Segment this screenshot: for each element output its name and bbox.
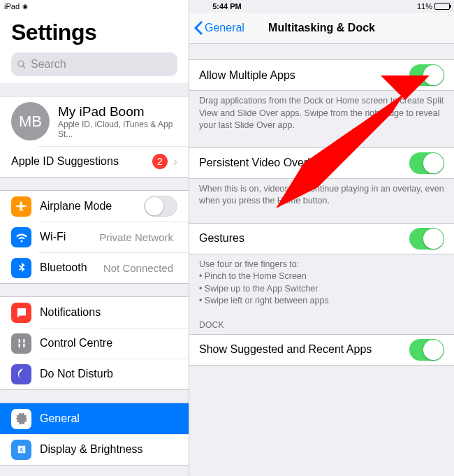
row-label: Do Not Disturb xyxy=(40,368,177,380)
row-label: Wi-Fi xyxy=(40,231,99,243)
detail-pane: General Multitasking & Dock Allow Multip… xyxy=(189,0,454,476)
row-label: Allow Multiple Apps xyxy=(199,69,409,82)
avatar: MB xyxy=(11,102,50,140)
airplane-icon xyxy=(11,196,31,217)
back-label: General xyxy=(205,22,244,34)
gestures-row: Gestures xyxy=(189,223,454,254)
do-not-disturb-row[interactable]: Do Not Disturb xyxy=(0,359,189,389)
show-suggested-apps-row: Show Suggested and Recent Apps xyxy=(189,334,454,366)
persistent-video-overlay-toggle[interactable] xyxy=(409,152,444,174)
row-label: General xyxy=(40,412,177,425)
navbar: General Multitasking & Dock xyxy=(189,13,454,44)
wifi-row[interactable]: Wi-Fi Private Network xyxy=(0,222,189,252)
row-label: Gestures xyxy=(199,232,409,245)
gestures-toggle[interactable] xyxy=(409,228,444,250)
bluetooth-icon xyxy=(11,258,31,278)
row-value: Private Network xyxy=(99,231,173,243)
apple-id-suggestions-row[interactable]: Apple ID Suggestions 2 › xyxy=(0,146,189,177)
dock-section-header: DOCK xyxy=(189,308,454,334)
notifications-row[interactable]: Notifications xyxy=(0,297,189,328)
display-brightness-row[interactable]: A Display & Brightness xyxy=(0,434,189,465)
search-placeholder: Search xyxy=(31,58,66,71)
wifi-icon: ◉ xyxy=(22,3,28,10)
chevron-right-icon: › xyxy=(173,154,177,169)
search-icon xyxy=(17,59,27,69)
row-label: Airplane Mode xyxy=(40,200,144,212)
notifications-icon xyxy=(11,303,31,323)
wifi-settings-icon xyxy=(11,227,31,247)
moon-icon xyxy=(11,364,31,384)
battery-text: 11% xyxy=(417,2,432,10)
display-icon: A xyxy=(11,440,31,460)
page-title: Settings xyxy=(11,20,177,45)
airplane-toggle[interactable] xyxy=(144,196,177,217)
bluetooth-row[interactable]: Bluetooth Not Connected xyxy=(0,252,189,283)
row-label: Display & Brightness xyxy=(40,443,177,456)
apple-id-row[interactable]: MB My iPad Boom Apple ID, iCloud, iTunes… xyxy=(0,96,189,146)
persistent-video-overlay-row: Persistent Video Overlay xyxy=(189,147,454,179)
allow-multiple-apps-toggle[interactable] xyxy=(409,64,444,86)
control-centre-icon xyxy=(11,333,31,354)
account-name: My iPad Boom xyxy=(58,104,177,120)
status-bar: iPad ◉ 5:44 PM 11% xyxy=(0,0,454,13)
settings-sidebar: Settings Search MB My iPad Boom Apple ID… xyxy=(0,0,189,476)
allow-multiple-apps-row: Allow Multiple Apps xyxy=(189,59,454,91)
carrier-label: iPad xyxy=(4,2,20,10)
row-label: Control Centre xyxy=(40,337,177,349)
gear-icon xyxy=(11,409,31,429)
airplane-mode-row[interactable]: Airplane Mode xyxy=(0,191,189,222)
row-label: Bluetooth xyxy=(40,261,103,274)
control-centre-row[interactable]: Control Centre xyxy=(0,328,189,359)
battery-icon xyxy=(434,3,450,10)
row-value: Not Connected xyxy=(103,262,173,274)
row-label: Apple ID Suggestions xyxy=(11,155,152,168)
clock: 5:44 PM xyxy=(144,2,310,10)
row-label: Notifications xyxy=(40,306,177,319)
svg-text:A: A xyxy=(20,447,23,453)
pvo-footer: When this is on, videos will continue pl… xyxy=(189,179,454,208)
back-button[interactable]: General xyxy=(189,21,244,35)
row-label: Show Suggested and Recent Apps xyxy=(199,343,409,356)
account-sub: Apple ID, iCloud, iTunes & App St... xyxy=(58,120,177,139)
row-label: Persistent Video Overlay xyxy=(199,157,409,169)
general-row[interactable]: General xyxy=(0,403,189,434)
badge: 2 xyxy=(152,154,168,169)
search-input[interactable]: Search xyxy=(11,52,177,76)
chevron-left-icon xyxy=(193,21,203,35)
allow-footer: Drag applications from the Dock or Home … xyxy=(189,91,454,132)
show-suggested-apps-toggle[interactable] xyxy=(409,339,444,361)
gestures-footer: Use four or five fingers to: • Pinch to … xyxy=(189,254,454,308)
